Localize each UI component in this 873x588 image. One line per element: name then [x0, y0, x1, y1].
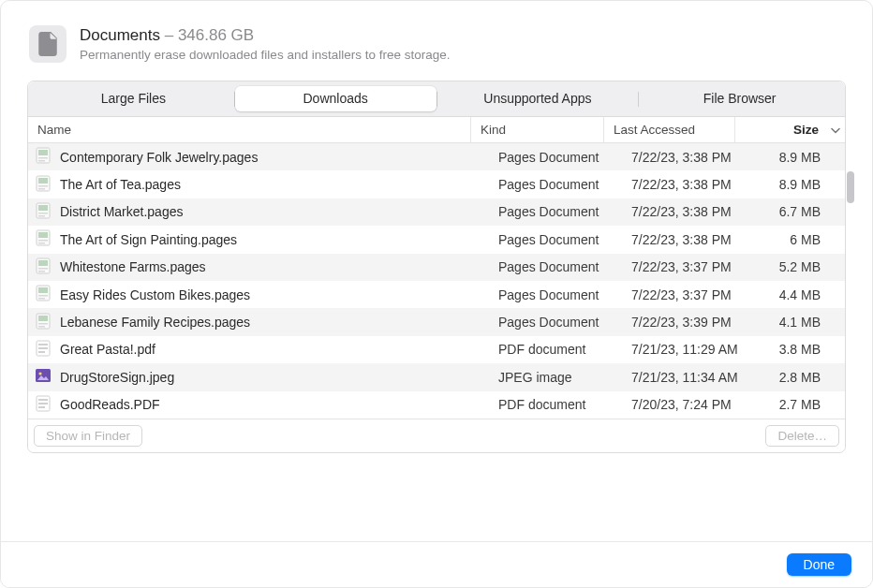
- file-icon: [36, 229, 51, 249]
- cell-kind: Pages Document: [489, 177, 622, 192]
- cell-name: District Market.pages: [28, 202, 489, 222]
- file-icon: [36, 395, 51, 415]
- svg-rect-15: [38, 243, 45, 244]
- cell-size: 6 MB: [753, 232, 845, 247]
- file-name: District Market.pages: [60, 204, 183, 219]
- cell-size: 6.7 MB: [753, 204, 845, 219]
- cell-size: 4.4 MB: [753, 287, 845, 302]
- table-row[interactable]: Whitestone Farms.pagesPages Document7/22…: [28, 254, 845, 281]
- sort-indicator-icon[interactable]: [826, 125, 845, 135]
- column-header-name[interactable]: Name: [28, 117, 470, 142]
- svg-rect-7: [38, 188, 45, 190]
- cell-kind: PDF document: [489, 342, 622, 357]
- file-icon: [36, 147, 51, 167]
- cell-kind: Pages Document: [489, 259, 622, 274]
- cell-name: Great Pasta!.pdf: [28, 340, 489, 360]
- cell-kind: Pages Document: [489, 232, 622, 247]
- table-row[interactable]: Lebanese Family Recipes.pagesPages Docum…: [28, 308, 845, 335]
- documents-category-icon: [29, 25, 67, 63]
- show-in-finder-button[interactable]: Show in Finder: [34, 425, 142, 447]
- page-title-row: Documents – 346.86 GB: [80, 25, 450, 46]
- file-name: GoodReads.PDF: [60, 397, 160, 412]
- cell-size: 3.8 MB: [753, 342, 845, 357]
- table-row[interactable]: DrugStoreSign.jpegJPEG image7/21/23, 11:…: [28, 363, 845, 390]
- cell-size: 5.2 MB: [753, 259, 845, 274]
- cell-kind: Pages Document: [489, 204, 622, 219]
- table-row[interactable]: GoodReads.PDFPDF document7/20/23, 7:24 P…: [28, 391, 845, 419]
- svg-rect-14: [38, 240, 48, 242]
- file-icon: [36, 175, 51, 195]
- cell-name: The Art of Tea.pages: [28, 175, 489, 195]
- cell-name: GoodReads.PDF: [28, 395, 489, 415]
- cell-kind: PDF document: [489, 397, 622, 412]
- table-row[interactable]: Great Pasta!.pdfPDF document7/21/23, 11:…: [28, 336, 845, 363]
- file-name: DrugStoreSign.jpeg: [60, 370, 174, 385]
- svg-rect-1: [38, 150, 48, 155]
- cell-last-accessed: 7/20/23, 7:24 PM: [622, 397, 753, 412]
- panel-actions: Show in Finder Delete…: [28, 419, 845, 452]
- tab-unsupported-apps[interactable]: Unsupported Apps: [437, 86, 639, 111]
- category-tabs: Large Files Downloads Unsupported Apps F…: [28, 81, 845, 117]
- svg-rect-27: [38, 326, 45, 328]
- svg-rect-29: [38, 344, 48, 345]
- cell-kind: Pages Document: [489, 315, 622, 330]
- table-row[interactable]: The Art of Sign Painting.pagesPages Docu…: [28, 226, 845, 253]
- delete-button[interactable]: Delete…: [765, 425, 839, 447]
- table-header: Name Kind Last Accessed Size: [28, 117, 845, 143]
- svg-rect-25: [38, 316, 48, 321]
- svg-rect-36: [38, 403, 48, 404]
- tab-file-browser[interactable]: File Browser: [639, 86, 840, 111]
- column-header-size[interactable]: Size: [734, 117, 826, 142]
- column-header-last-accessed[interactable]: Last Accessed: [603, 117, 734, 142]
- cell-name: Contemporary Folk Jewelry.pages: [28, 147, 489, 167]
- table-body: Contemporary Folk Jewelry.pagesPages Doc…: [28, 143, 845, 419]
- cell-kind: Pages Document: [489, 287, 622, 302]
- svg-rect-5: [38, 178, 48, 184]
- cell-last-accessed: 7/22/23, 3:38 PM: [622, 204, 753, 219]
- table-row[interactable]: Easy Rides Custom Bikes.pagesPages Docum…: [28, 281, 845, 308]
- svg-rect-11: [38, 215, 45, 217]
- svg-point-33: [38, 373, 41, 375]
- file-icon: [36, 367, 51, 387]
- file-name: The Art of Tea.pages: [60, 177, 181, 192]
- page-title: Documents: [80, 26, 160, 44]
- cell-last-accessed: 7/22/23, 3:37 PM: [622, 287, 753, 302]
- file-name: Lebanese Family Recipes.pages: [60, 315, 250, 330]
- svg-rect-10: [38, 213, 48, 214]
- cell-last-accessed: 7/22/23, 3:38 PM: [622, 177, 753, 192]
- column-header-size-label: Size: [793, 123, 819, 137]
- cell-size: 4.1 MB: [753, 315, 845, 330]
- svg-rect-17: [38, 260, 48, 266]
- svg-rect-30: [38, 347, 48, 349]
- svg-rect-37: [38, 406, 45, 408]
- svg-rect-18: [38, 268, 48, 270]
- cell-last-accessed: 7/22/23, 3:37 PM: [622, 259, 753, 274]
- svg-rect-26: [38, 323, 48, 325]
- page-subtitle: Permanently erase downloaded files and i…: [80, 47, 450, 64]
- cell-last-accessed: 7/21/23, 11:29 AM: [622, 342, 753, 357]
- table-row[interactable]: District Market.pagesPages Document7/22/…: [28, 198, 845, 226]
- file-name: Whitestone Farms.pages: [60, 259, 206, 274]
- column-header-kind[interactable]: Kind: [470, 117, 603, 142]
- cell-name: The Art of Sign Painting.pages: [28, 229, 489, 249]
- svg-rect-21: [38, 287, 48, 293]
- cell-last-accessed: 7/21/23, 11:34 AM: [622, 370, 753, 385]
- header-size: – 346.86 GB: [160, 26, 254, 44]
- tab-downloads[interactable]: Downloads: [235, 86, 436, 111]
- cell-last-accessed: 7/22/23, 3:38 PM: [622, 150, 753, 165]
- scrollbar-thumb[interactable]: [847, 171, 854, 203]
- cell-last-accessed: 7/22/23, 3:39 PM: [622, 315, 753, 330]
- table-row[interactable]: The Art of Tea.pagesPages Document7/22/2…: [28, 170, 845, 198]
- svg-rect-19: [38, 271, 45, 272]
- file-name: The Art of Sign Painting.pages: [60, 232, 237, 247]
- file-icon: [36, 340, 51, 360]
- cell-name: Lebanese Family Recipes.pages: [28, 313, 489, 332]
- file-name: Great Pasta!.pdf: [60, 342, 155, 357]
- done-button[interactable]: Done: [787, 553, 851, 576]
- table-row[interactable]: Contemporary Folk Jewelry.pagesPages Doc…: [28, 143, 845, 170]
- cell-size: 2.8 MB: [753, 370, 845, 385]
- svg-rect-13: [38, 232, 48, 238]
- cell-size: 8.9 MB: [753, 150, 845, 165]
- tab-large-files[interactable]: Large Files: [33, 86, 234, 111]
- svg-rect-23: [38, 298, 45, 300]
